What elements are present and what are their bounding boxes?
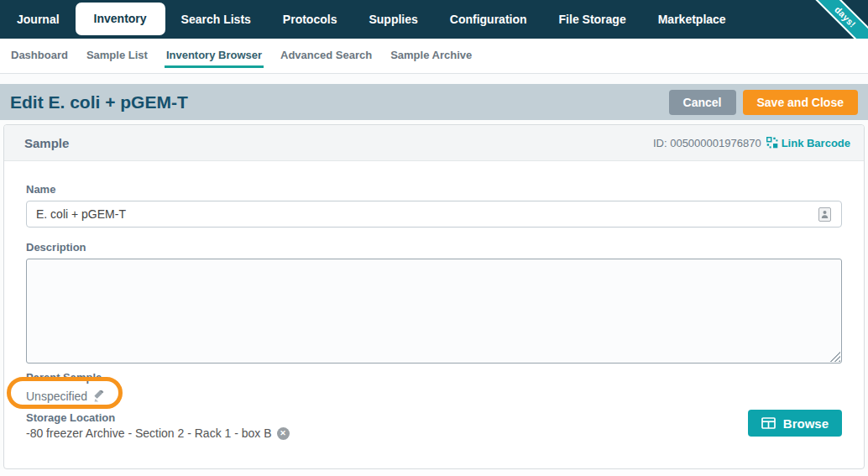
storage-location-section: Storage Location -80 freezer Archive - S… (26, 411, 842, 440)
name-input[interactable] (26, 201, 842, 228)
nav-item-supplies[interactable]: Supplies (353, 0, 433, 39)
browse-button-label: Browse (783, 416, 829, 431)
trial-ribbon-container: days! (797, 0, 868, 39)
barcode-icon (766, 137, 782, 149)
parent-sample-label: Parent Sample (26, 371, 842, 384)
save-and-close-button[interactable]: Save and Close (743, 90, 859, 115)
nav-item-protocols[interactable]: Protocols (267, 0, 353, 39)
edit-pencil-icon[interactable] (93, 390, 106, 403)
sample-card-header: Sample ID: 005000001976870 Link Bar (4, 125, 864, 161)
subnav-item-sample-list[interactable]: Sample List (77, 39, 157, 73)
browse-button[interactable]: Browse (748, 410, 842, 437)
subnav-item-inventory-browser[interactable]: Inventory Browser (157, 39, 271, 73)
table-grid-icon (761, 417, 776, 429)
link-barcode-label: Link Barcode (782, 137, 850, 149)
nav-item-inventory[interactable]: Inventory (76, 3, 165, 35)
parent-sample-section: Parent Sample Unspecified (26, 371, 842, 405)
app-window: Journal Inventory Search Lists Protocols… (0, 0, 868, 476)
cancel-button[interactable]: Cancel (669, 90, 736, 115)
content-area: Sample ID: 005000001976870 Link Bar (0, 120, 868, 469)
storage-location-value: -80 freezer Archive - Section 2 - Rack 1… (26, 426, 272, 440)
sample-id-label: ID: 005000001976870 (653, 137, 761, 149)
nav-item-file-storage[interactable]: File Storage (543, 0, 642, 39)
sample-card-body: Name Description (4, 161, 864, 468)
nav-item-marketplace[interactable]: Marketplace (642, 0, 742, 39)
nav-item-journal[interactable]: Journal (1, 0, 76, 39)
link-barcode-button[interactable]: Link Barcode (766, 137, 850, 149)
subnav-item-advanced-search[interactable]: Advanced Search (271, 39, 381, 73)
page-title: Edit E. coli + pGEM-T (10, 92, 669, 112)
top-navigation: Journal Inventory Search Lists Protocols… (0, 0, 868, 39)
sample-section-title: Sample (24, 136, 653, 150)
nav-item-search-lists[interactable]: Search Lists (165, 0, 267, 39)
description-field-label: Description (26, 241, 842, 254)
description-textarea[interactable] (26, 259, 842, 364)
spacer (0, 74, 868, 84)
trial-days-ribbon[interactable]: days! (800, 0, 868, 39)
sample-card: Sample ID: 005000001976870 Link Bar (3, 124, 865, 469)
inventory-sub-navigation: Dashboard Sample List Inventory Browser … (0, 39, 868, 74)
page-header-bar: Edit E. coli + pGEM-T Cancel Save and Cl… (0, 84, 868, 120)
name-field-label: Name (26, 183, 842, 196)
subnav-item-sample-archive[interactable]: Sample Archive (381, 39, 481, 73)
remove-location-icon[interactable]: ✕ (277, 427, 290, 440)
autofill-icon[interactable] (818, 207, 831, 222)
nav-item-configuration[interactable]: Configuration (434, 0, 543, 39)
subnav-item-dashboard[interactable]: Dashboard (2, 39, 77, 73)
name-input-wrap (26, 201, 842, 228)
parent-sample-value: Unspecified (26, 390, 87, 403)
description-textarea-wrap (26, 259, 842, 364)
storage-location-label: Storage Location (26, 411, 842, 424)
lower-section: Parent Sample Unspecified (26, 371, 842, 468)
